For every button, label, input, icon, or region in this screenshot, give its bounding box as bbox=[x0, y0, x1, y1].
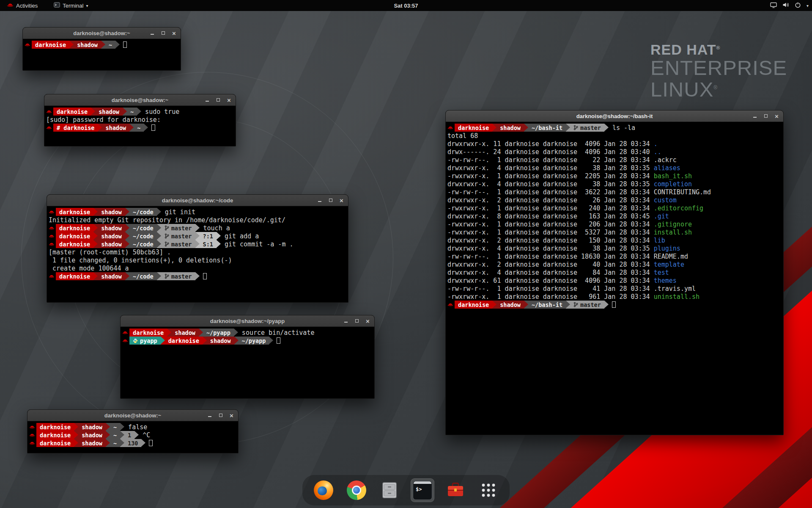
terminal-line: drwxrwxr-x. 2 darknoise darknoise 150 Ja… bbox=[447, 236, 782, 244]
terminal-text: drwxrwxr-x. 61 darknoise darknoise 4096 … bbox=[447, 277, 654, 284]
prompt-segment-user: darknoise bbox=[36, 431, 74, 439]
terminal-content[interactable]: darknoiseshadow~ bbox=[23, 39, 181, 49]
maximize-button[interactable] bbox=[217, 412, 224, 419]
terminal-line: darknoiseshadow~/codemasterS:1 git commi… bbox=[49, 240, 346, 248]
maximize-button[interactable] bbox=[215, 97, 221, 103]
close-button[interactable]: × bbox=[365, 318, 371, 324]
dock-item-firefox[interactable] bbox=[312, 478, 335, 502]
branch-icon bbox=[165, 273, 169, 279]
prompt-segment-host: shadow bbox=[95, 108, 123, 116]
prompt-segment-git: master bbox=[570, 124, 604, 132]
minimize-button[interactable] bbox=[343, 318, 349, 324]
powerline-separator bbox=[125, 208, 129, 216]
maximize-button[interactable] bbox=[160, 30, 166, 36]
terminal-text: Initialized empty Git repository in /hom… bbox=[49, 216, 285, 224]
dock-item-chrome[interactable] bbox=[345, 478, 368, 502]
terminal-line: darknoiseshadow~/pyapp source bin/activa… bbox=[122, 329, 373, 337]
redhat-prompt-icon bbox=[49, 234, 56, 238]
powerline-separator bbox=[234, 337, 239, 345]
power-icon[interactable] bbox=[795, 2, 801, 9]
minimize-button[interactable] bbox=[204, 97, 210, 103]
minimize-button[interactable] bbox=[149, 30, 155, 36]
dock-item-toolbox[interactable] bbox=[444, 478, 467, 502]
minimize-button[interactable] bbox=[206, 412, 213, 419]
powerline-separator bbox=[93, 232, 98, 240]
prompt-segment-path: ~ bbox=[110, 431, 120, 439]
dock-item-app-grid[interactable] bbox=[477, 478, 500, 502]
filename-dir: template bbox=[654, 261, 684, 268]
python-icon bbox=[133, 338, 138, 343]
branch-icon bbox=[573, 125, 578, 130]
terminal-text: create mode 100644 a bbox=[49, 265, 129, 272]
terminal-text: -rw-rw-r--. 1 darknoise darknoise 18630 … bbox=[447, 253, 654, 260]
terminal-text: drwxrwxr-x. 2 darknoise darknoise 40 Jan… bbox=[447, 261, 654, 268]
close-button[interactable]: × bbox=[228, 412, 235, 419]
prompt-segment-user: darknoise bbox=[36, 423, 74, 431]
maximize-button[interactable] bbox=[354, 318, 360, 324]
activities-button[interactable]: Activities bbox=[4, 0, 40, 11]
maximize-button[interactable] bbox=[327, 197, 334, 204]
prompt-segment-status: 1 bbox=[124, 431, 134, 439]
minimize-button[interactable] bbox=[316, 197, 323, 204]
dock-item-terminal[interactable]: $> bbox=[411, 478, 434, 502]
window-titlebar[interactable]: darknoise@shadow:~/code × bbox=[47, 195, 348, 206]
redhat-icon bbox=[7, 2, 14, 9]
close-button[interactable]: × bbox=[338, 197, 345, 204]
prompt-segment-path: ~/code bbox=[129, 272, 157, 280]
powerline-separator bbox=[125, 272, 129, 280]
terminal-line: Initialized empty Git repository in /hom… bbox=[49, 216, 346, 224]
window-titlebar[interactable]: darknoise@shadow:~ × bbox=[44, 94, 236, 106]
volume-icon[interactable] bbox=[782, 2, 789, 9]
app-menu-terminal[interactable]: Terminal ▾ bbox=[51, 0, 91, 11]
clock[interactable]: Sat 03:57 bbox=[394, 3, 418, 9]
powerline-separator bbox=[93, 208, 98, 216]
close-button[interactable]: × bbox=[171, 30, 177, 36]
display-icon[interactable] bbox=[770, 2, 777, 9]
filename-dir: completion bbox=[654, 180, 692, 188]
chevron-down-icon[interactable]: ▾ bbox=[807, 3, 809, 8]
close-button[interactable]: × bbox=[774, 113, 780, 119]
prompt-segment-git: master bbox=[161, 240, 195, 248]
maximize-button[interactable] bbox=[763, 113, 769, 119]
terminal-line: [master (root-commit) 50bcb63] . bbox=[49, 248, 346, 256]
window-titlebar[interactable]: darknoise@shadow:~/bash-it × bbox=[446, 110, 783, 122]
terminal-line: -rw-rw-r--. 1 darknoise darknoise 3622 J… bbox=[447, 188, 782, 196]
window-titlebar[interactable]: darknoise@shadow:~ × bbox=[23, 28, 181, 39]
prompt-segment-path: ~ bbox=[110, 439, 120, 447]
filename-dir: themes bbox=[654, 277, 677, 284]
close-button[interactable]: × bbox=[226, 97, 232, 103]
terminal-content[interactable]: darknoiseshadow~/bash-itmaster ls -latot… bbox=[446, 122, 783, 309]
powerline-separator bbox=[74, 431, 78, 439]
terminal-line: -rw-rw-r--. 1 darknoise darknoise 41 Jan… bbox=[447, 284, 782, 293]
redhat-prompt-icon bbox=[46, 109, 53, 114]
powerline-separator bbox=[234, 329, 238, 337]
filename-exec: bash_it.sh bbox=[654, 172, 692, 180]
terminal-content[interactable]: darknoiseshadow~ sudo true[sudo] passwor… bbox=[44, 106, 236, 132]
terminal-content[interactable]: darknoiseshadow~/code git initInitialize… bbox=[47, 206, 348, 280]
terminal-line: create mode 100644 a bbox=[49, 264, 346, 272]
redhat-prompt-icon bbox=[122, 330, 129, 335]
terminal-icon: $> bbox=[413, 480, 432, 500]
powerline-separator bbox=[125, 224, 129, 232]
powerline-separator bbox=[195, 240, 200, 248]
terminal-line: -rwxrwxr-x. 1 darknoise darknoise 2205 J… bbox=[447, 172, 782, 180]
prompt-segment-host: shadow bbox=[98, 208, 125, 216]
prompt-segment-host: shadow bbox=[78, 431, 106, 439]
powerline-separator bbox=[93, 272, 98, 280]
filename-exec: .gitignore bbox=[654, 221, 692, 228]
prompt-segment-user: darknoise bbox=[56, 232, 93, 240]
minimize-button[interactable] bbox=[752, 113, 758, 119]
terminal-content[interactable]: darknoiseshadow~/pyapp source bin/activa… bbox=[121, 327, 374, 345]
window-titlebar[interactable]: darknoise@shadow:~/pyapp × bbox=[121, 315, 374, 327]
prompt-segment-path: ~/pyapp bbox=[239, 337, 269, 345]
window-titlebar[interactable]: darknoise@shadow:~ × bbox=[27, 410, 238, 421]
dock-item-files[interactable] bbox=[378, 478, 401, 502]
terminal-text: false bbox=[124, 423, 147, 431]
filename-dir: test bbox=[654, 269, 669, 276]
terminal-line: drwxrwxr-x. 2 darknoise darknoise 26 Jan… bbox=[447, 196, 782, 204]
app-menu-label: Terminal bbox=[63, 3, 83, 9]
terminal-line: darknoiseshadow~1 ^C bbox=[29, 431, 236, 439]
terminal-content[interactable]: darknoiseshadow~ falsedarknoiseshadow~1 … bbox=[27, 421, 238, 447]
terminal-text: git init bbox=[161, 208, 195, 216]
prompt-segment-path: ~/bash-it bbox=[528, 301, 566, 309]
